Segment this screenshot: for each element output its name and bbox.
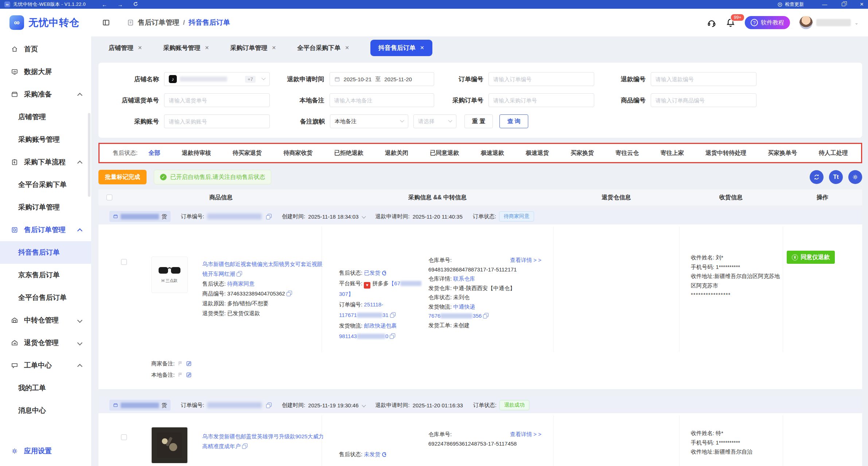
sidebar-group-aftersale-orders[interactable]: 售后订单管理 <box>0 219 91 241</box>
maximize-icon[interactable] <box>842 3 845 6</box>
edit-note-icon[interactable] <box>186 361 192 367</box>
status-option-all[interactable]: 全部 <box>148 149 160 157</box>
search-button[interactable]: 查 询 <box>499 114 528 128</box>
contact-warehouse-link[interactable]: 联系仓库 <box>453 275 475 282</box>
order-status-badge[interactable]: 退款成功 <box>499 400 529 410</box>
status-option[interactable]: 极速退款 <box>481 149 504 157</box>
shop-name-select[interactable]: ♪ +7 <box>164 72 270 86</box>
sidebar-item-data-screen[interactable]: 数据大屏 <box>0 60 91 83</box>
status-option[interactable]: 买家换货 <box>571 149 594 157</box>
sidebar-group-transit-warehouse[interactable]: 中转仓管理 <box>0 309 91 332</box>
status-option[interactable]: 退款待审核 <box>182 149 211 157</box>
sidebar-group-purchase-prep[interactable]: 采购准备 <box>0 83 91 106</box>
nav-refresh-icon[interactable] <box>133 1 138 8</box>
sidebar-item-douyin-aftersale[interactable]: 抖音售后订单 <box>0 241 91 264</box>
status-option[interactable]: 极速退货 <box>526 149 549 157</box>
product-image[interactable] <box>151 427 188 463</box>
copy-icon[interactable] <box>266 214 272 219</box>
user-menu-chevron-icon[interactable]: ⌄ <box>855 20 859 26</box>
sidebar-item-purchase-accounts[interactable]: 采购账号管理 <box>0 128 91 151</box>
nav-back-icon[interactable]: ← <box>102 1 107 8</box>
store-chip[interactable]: 货 <box>109 400 171 411</box>
copy-icon[interactable] <box>242 443 248 449</box>
tab-all-platform-purchase[interactable]: 全平台采购下单✕ <box>297 44 349 52</box>
refund-time-range[interactable]: 2025-10-21 至 2025-11-20 <box>330 72 434 86</box>
sidebar-item-message-center[interactable]: 消息中心 <box>0 399 91 422</box>
date-from[interactable]: 2025-10-21 <box>344 76 372 82</box>
refresh-list-button[interactable] <box>810 170 824 184</box>
sidebar-item-home[interactable]: 首页 <box>0 38 91 60</box>
aftersale-status[interactable]: 未发货 <box>364 451 380 457</box>
check-update-button[interactable]: 检查更新 <box>777 1 804 8</box>
tab-close-icon[interactable]: ✕ <box>138 45 142 51</box>
tab-purchase-accounts[interactable]: 采购账号管理✕ <box>163 44 209 52</box>
tab-purchase-orders[interactable]: 采购订单管理✕ <box>230 44 276 52</box>
flag-icon[interactable] <box>178 372 183 377</box>
sidebar-item-jd-aftersale[interactable]: 京东售后订单 <box>0 264 91 286</box>
tab-close-icon[interactable]: ✕ <box>345 45 349 51</box>
agree-refund-button[interactable]: ¥ 同意仅退款 <box>787 251 835 264</box>
order-status-badge[interactable]: 待商家同意 <box>499 211 534 222</box>
store-chip[interactable]: 货 <box>109 211 171 222</box>
view-detail-link[interactable]: 查看详情 > > <box>510 430 541 439</box>
sidebar-item-all-platform-aftersale[interactable]: 全平台售后订单 <box>0 286 91 309</box>
tab-close-icon[interactable]: ✕ <box>205 45 209 51</box>
chevron-down-icon[interactable] <box>362 403 366 407</box>
status-option[interactable]: 待商家收货 <box>283 149 312 157</box>
batch-mark-done-button[interactable]: 批量标记完成 <box>98 170 147 184</box>
flag-value-select[interactable]: 请选择 <box>413 114 456 128</box>
product-title-link[interactable]: 乌市发货新疆包邮盖世英雄弹弓升级款9025大威力高精准度成年户 <box>202 433 324 449</box>
avatar[interactable] <box>799 16 813 29</box>
copy-icon[interactable] <box>390 312 396 318</box>
sidebar-item-my-tickets[interactable]: 我的工单 <box>0 377 91 399</box>
sidebar-collapse-icon[interactable] <box>102 19 110 27</box>
sidebar-item-app-settings[interactable]: 应用设置 <box>0 440 91 462</box>
copy-icon[interactable] <box>483 313 489 318</box>
chevron-down-icon[interactable] <box>362 214 366 218</box>
tab-shop-management[interactable]: 店铺管理✕ <box>109 44 142 52</box>
copy-icon[interactable] <box>237 271 242 277</box>
nav-forward-icon[interactable]: → <box>117 1 123 8</box>
copy-icon[interactable] <box>390 333 395 339</box>
flag-icon[interactable] <box>178 361 183 366</box>
local-note-input[interactable] <box>330 93 434 107</box>
breadcrumb-parent[interactable]: 售后订单管理 <box>138 18 179 27</box>
status-option[interactable]: 买家换单号 <box>768 149 797 157</box>
column-settings-button[interactable] <box>848 170 862 184</box>
shop-return-no-input[interactable] <box>164 93 270 107</box>
status-option[interactable]: 待人工处理 <box>819 149 848 157</box>
transit-logistics-company[interactable]: 中通快递 <box>453 304 475 310</box>
sidebar-group-return-warehouse[interactable]: 退货仓管理 <box>0 332 91 354</box>
font-size-button[interactable]: Tt <box>829 170 843 184</box>
sidebar-scrollbar[interactable] <box>88 113 90 197</box>
sidebar-item-purchase-orders[interactable]: 采购订单管理 <box>0 196 91 219</box>
row-checkbox[interactable] <box>121 259 127 265</box>
tab-douyin-aftersale[interactable]: 抖音售后订单✕ <box>370 40 432 56</box>
notifications-bell[interactable]: 99+ <box>726 18 735 27</box>
tab-close-icon[interactable]: ✕ <box>420 45 424 51</box>
close-icon[interactable]: × <box>860 1 864 8</box>
row-checkbox[interactable] <box>121 434 127 440</box>
purchase-order-no[interactable]: 251118- <box>364 301 383 308</box>
aftersale-status[interactable]: 待商家同意 <box>227 281 254 287</box>
refresh-status-icon[interactable] <box>382 452 387 457</box>
edit-note-icon[interactable] <box>186 372 192 378</box>
date-to[interactable]: 2025-11-20 <box>384 76 412 82</box>
sidebar-group-purchase-flow[interactable]: 采购下单流程 <box>0 151 91 173</box>
sidebar-item-shop-management[interactable]: 店铺管理 <box>0 106 91 128</box>
product-no-input[interactable] <box>651 93 756 107</box>
refresh-status-icon[interactable] <box>382 271 387 275</box>
order-no-input[interactable] <box>489 72 594 86</box>
copy-icon[interactable] <box>287 291 292 296</box>
view-detail-link[interactable]: 查看详情 > > <box>510 255 541 265</box>
product-title-link[interactable]: 乌市新疆包邮近视套镜偏光太阳镜男女可套近视眼镜开车网红潮 <box>202 261 323 277</box>
refund-no-input[interactable] <box>651 72 756 86</box>
status-option[interactable]: 已同意退款 <box>430 149 459 157</box>
status-option[interactable]: 待买家退货 <box>233 149 262 157</box>
support-headset-icon[interactable] <box>707 18 716 27</box>
select-all-checkbox[interactable] <box>106 195 112 200</box>
note-flag-select[interactable]: 本地备注 <box>330 114 408 128</box>
copy-icon[interactable] <box>266 403 272 408</box>
status-option[interactable]: 寄往上家 <box>661 149 684 157</box>
status-option[interactable]: 退货中转待处理 <box>705 149 746 157</box>
